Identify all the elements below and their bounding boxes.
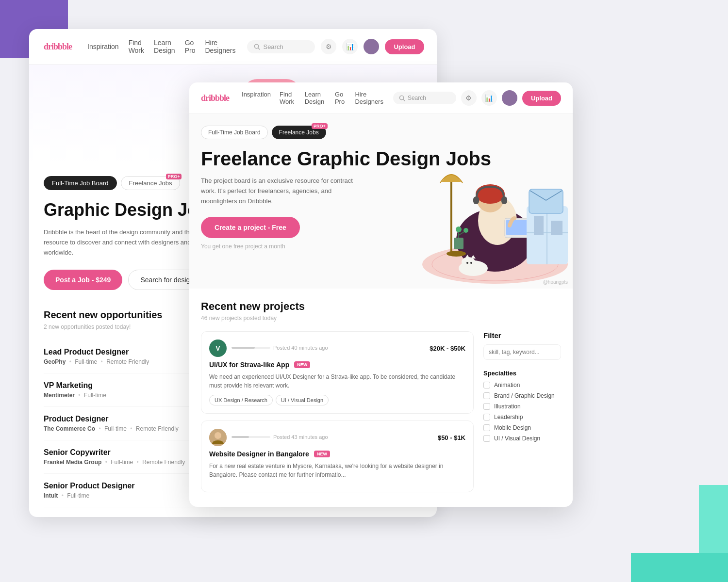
project-desc-1: For a new real estate venture in Mysore,… (209, 462, 465, 479)
project-salary-0: $20K - $50K (430, 345, 465, 352)
front-search-placeholder: Search (408, 95, 426, 101)
project-card-header-0: V Posted 40 minutes ago $20K - $50 (209, 340, 465, 357)
front-nav-gopro[interactable]: Go Pro (335, 91, 347, 105)
back-notifications-icon[interactable]: ⚙ (321, 39, 336, 54)
front-upload-button[interactable]: Upload (522, 91, 561, 106)
svg-line-3 (403, 99, 405, 100)
back-logo: dribbble (44, 42, 72, 52)
projects-subtitle: 46 new projects posted today (201, 315, 561, 322)
back-nav-hiredesigners[interactable]: Hire Designers (205, 39, 235, 54)
front-nav-hiredesigners[interactable]: Hire Designers (355, 91, 383, 105)
front-nav-links: Inspiration Find Work Learn Design Go Pr… (242, 91, 383, 105)
specialty-checkbox-mobile[interactable] (483, 424, 490, 431)
projects-layout: V Posted 40 minutes ago $20K - $50 (201, 331, 561, 499)
project-card-left-1: Posted 43 minutes ago (209, 429, 328, 446)
specialty-checkbox-illustration[interactable] (483, 403, 490, 410)
project-meta-1: Posted 43 minutes ago (232, 434, 328, 441)
front-nav-learndesign[interactable]: Learn Design (305, 91, 326, 105)
bg-decoration-teal-bottom (631, 553, 728, 582)
project-tag-0-0[interactable]: UX Design / Research (209, 395, 273, 405)
specialties-title: Specialties (483, 370, 561, 377)
back-avatar[interactable] (364, 39, 379, 54)
back-pro-badge: PRO+ (166, 174, 182, 179)
front-tab-freelance[interactable]: Freelance Jobs PRO+ (272, 126, 326, 139)
specialty-illustration: Illustration (483, 403, 561, 410)
project-title-row-0: UI/UX for Strava-like App NEW (209, 361, 465, 369)
project-tags-0: UX Design / Research UI / Visual Design (209, 395, 465, 405)
project-avatar-1 (209, 429, 227, 446)
front-search-icon (399, 95, 405, 101)
svg-point-34 (215, 432, 221, 439)
front-description: The project board is an exclusive resour… (201, 176, 366, 206)
front-hero-left: Full-Time Job Board Freelance Jobs PRO+ … (201, 126, 561, 289)
front-title: Freelance Graphic Design Jobs (201, 148, 551, 169)
project-tag-0-1[interactable]: UI / Visual Design (276, 395, 329, 405)
front-search-box[interactable]: Search (393, 92, 456, 104)
specialty-ui: UI / Visual Design (483, 435, 561, 442)
specialty-label-leadership: Leadership (494, 414, 523, 420)
back-search-placeholder: Search (263, 43, 283, 50)
front-activity-icon[interactable]: 📊 (481, 90, 497, 106)
progress-bar-0 (232, 347, 270, 349)
project-avatar-0: V (209, 340, 227, 357)
specialty-label-brand: Brand / Graphic Design (494, 392, 555, 399)
filter-title: Filter (483, 331, 561, 340)
create-project-button[interactable]: Create a project - Free (201, 217, 300, 238)
svg-line-1 (258, 48, 260, 49)
progress-fill-1 (232, 436, 249, 438)
back-activity-icon[interactable]: 📊 (342, 39, 358, 54)
specialty-label-mobile: Mobile Design (494, 424, 531, 431)
project-card-left-0: V Posted 40 minutes ago (209, 340, 328, 357)
front-nav-findwork[interactable]: Find Work (280, 91, 296, 105)
specialty-label-animation: Animation (494, 382, 520, 388)
progress-fill-0 (232, 347, 255, 349)
specialty-checkbox-brand[interactable] (483, 392, 490, 399)
free-note: You get one free project a month (201, 243, 551, 250)
projects-title: Recent new projects (201, 300, 561, 313)
project-card-header-1: Posted 43 minutes ago $50 - $1K (209, 429, 465, 446)
posted-time-1: Posted 43 minutes ago (273, 434, 328, 440)
specialty-label-ui: UI / Visual Design (494, 435, 540, 442)
project-title-row-1: Website Designer in Bangalore NEW (209, 450, 465, 458)
front-avatar[interactable] (502, 90, 517, 106)
specialty-leadership: Leadership (483, 414, 561, 420)
front-nav-inspiration[interactable]: Inspiration (242, 91, 271, 105)
back-nav-findwork[interactable]: Find Work (129, 39, 144, 54)
back-search-box[interactable]: Search (247, 40, 315, 53)
front-nav-right: Search ⚙ 📊 Upload (393, 90, 561, 106)
projects-section: Recent new projects 46 new projects post… (189, 289, 573, 507)
back-nav: dribbble Inspiration Find Work Learn Des… (29, 29, 437, 65)
avatar-illustration (209, 429, 227, 446)
back-nav-inspiration[interactable]: Inspiration (87, 43, 119, 50)
new-badge-0: NEW (294, 361, 310, 368)
project-job-title-0: UI/UX for Strava-like App (209, 361, 289, 369)
project-desc-0: We need an experienced UI/UX Designer fo… (209, 372, 465, 390)
specialty-animation: Animation (483, 382, 561, 388)
project-job-title-1: Website Designer in Bangalore (209, 450, 309, 458)
post-job-button[interactable]: Post a Job - $249 (44, 270, 122, 290)
filter-input[interactable] (483, 344, 561, 360)
back-nav-learndesign[interactable]: Learn Design (154, 39, 175, 54)
back-nav-gopro[interactable]: Go Pro (185, 39, 196, 54)
project-meta-line-0: Posted 40 minutes ago (232, 345, 328, 351)
specialty-checkbox-ui[interactable] (483, 435, 490, 442)
front-tab-fulltime[interactable]: Full-Time Job Board (201, 126, 268, 139)
front-notifications-icon[interactable]: ⚙ (461, 90, 477, 106)
specialty-checkbox-animation[interactable] (483, 382, 490, 388)
filter-panel: Filter Specialties Animation Brand / Gra… (483, 331, 561, 499)
back-tab-freelance[interactable]: Freelance Jobs PRO+ (121, 176, 181, 190)
project-meta-0: Posted 40 minutes ago (232, 345, 328, 352)
project-meta-line-1: Posted 43 minutes ago (232, 434, 328, 440)
specialty-checkbox-leadership[interactable] (483, 414, 490, 420)
specialty-mobile: Mobile Design (483, 424, 561, 431)
front-logo: dribbble (201, 93, 229, 103)
progress-bar-1 (232, 436, 270, 438)
bg-decoration-teal-right (699, 485, 728, 553)
posted-time-0: Posted 40 minutes ago (273, 345, 328, 351)
back-upload-button[interactable]: Upload (385, 39, 424, 54)
project-card-1: Posted 43 minutes ago $50 - $1K Website … (201, 420, 474, 492)
specialty-brand: Brand / Graphic Design (483, 392, 561, 399)
back-tab-fulltime[interactable]: Full-Time Job Board (44, 176, 117, 190)
front-tabs: Full-Time Job Board Freelance Jobs PRO+ (201, 126, 551, 139)
project-card-0: V Posted 40 minutes ago $20K - $50 (201, 331, 474, 414)
